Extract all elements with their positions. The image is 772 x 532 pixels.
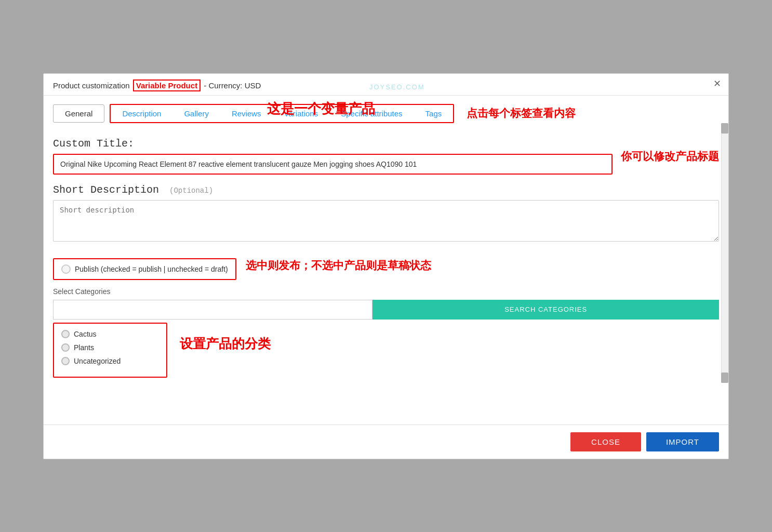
annotation-publish: 选中则发布；不选中产品则是草稿状态	[246, 258, 431, 273]
scrollbar-track	[721, 123, 728, 383]
custom-title-input[interactable]	[54, 155, 611, 174]
import-button[interactable]: IMPORT	[646, 432, 719, 451]
tab-reviews[interactable]: Reviews	[220, 105, 273, 122]
title-variable: Variable Product	[133, 79, 201, 91]
plants-radio[interactable]	[61, 343, 70, 352]
annotation-click-tabs: 点击每个标签查看内容	[467, 106, 576, 121]
title-input-box	[53, 154, 613, 175]
product-customization-modal: Product customization Variable Product -…	[43, 73, 729, 459]
tab-tags[interactable]: Tags	[414, 105, 454, 122]
category-item-uncategorized: Uncategorized	[61, 357, 159, 365]
category-item-cactus: Cactus	[61, 330, 159, 338]
publish-radio[interactable]	[61, 264, 71, 274]
categories-search-input[interactable]	[53, 300, 372, 320]
annotation-category: 设置产品的分类	[180, 335, 271, 352]
uncategorized-radio[interactable]	[61, 357, 70, 365]
scrollbar-thumb-bottom[interactable]	[721, 373, 728, 383]
tab-gallery[interactable]: Gallery	[172, 105, 220, 122]
watermark: JOYSEO.COM	[369, 83, 425, 91]
short-desc-label: Short Description (Optional)	[53, 184, 719, 196]
tab-general[interactable]: General	[53, 104, 104, 123]
title-currency-value: USD	[245, 81, 261, 90]
title-prefix: Product customization	[53, 81, 130, 90]
modal-footer: CLOSE IMPORT	[44, 424, 728, 459]
categories-label: Select Categories	[53, 287, 719, 296]
publish-label: Publish (checked = publish | unchecked =…	[75, 265, 228, 273]
modal-header: Product customization Variable Product -…	[44, 74, 728, 96]
cactus-radio[interactable]	[61, 330, 70, 338]
modal-close-x-button[interactable]: ✕	[713, 79, 721, 88]
annotation-modify-title: 你可以修改产品标题	[621, 149, 719, 164]
publish-row: Publish (checked = publish | unchecked =…	[53, 258, 236, 280]
annotation-variable-product: 这是一个变量产品	[267, 100, 375, 118]
categories-search-button[interactable]: SEARCH CATEGORIES	[372, 300, 719, 320]
tab-description[interactable]: Description	[111, 105, 172, 122]
categories-search-row: SEARCH CATEGORIES	[53, 300, 719, 320]
categories-section: Select Categories SEARCH CATEGORIES Cact…	[53, 287, 719, 378]
categories-list-box: Cactus Plants Uncategorized	[53, 323, 167, 378]
modal-title: Product customization Variable Product -…	[53, 81, 261, 90]
close-button[interactable]: CLOSE	[570, 432, 641, 451]
short-desc-textarea[interactable]	[53, 200, 719, 242]
custom-title-label: Custom Title:	[53, 138, 613, 150]
scrollbar-thumb-top[interactable]	[721, 123, 728, 134]
category-item-plants: Plants	[61, 343, 159, 352]
modal-body: Custom Title: 你可以修改产品标题 Short Descriptio…	[44, 123, 728, 383]
title-currency-label: - Currency:	[204, 81, 242, 90]
